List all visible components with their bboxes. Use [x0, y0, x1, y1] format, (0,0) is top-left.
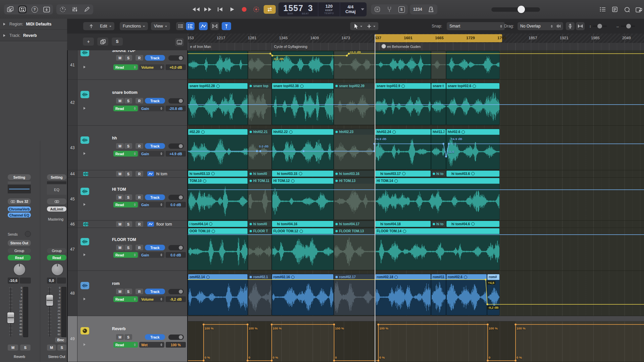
audio-region[interactable]: hi tom#03.6	[446, 170, 500, 177]
track-name[interactable]: Reverb	[112, 326, 126, 331]
region-header[interactable]: hi tom#0	[248, 221, 271, 227]
solo-button[interactable]: S	[124, 143, 132, 149]
disclosure-icon[interactable]	[84, 152, 87, 155]
muted-audio-region[interactable]: hi tom#0	[248, 221, 272, 227]
mute-button[interactable]: M	[116, 55, 124, 61]
mute-button[interactable]: M	[116, 143, 124, 149]
automation-value[interactable]: -9,2 dB	[166, 296, 186, 302]
plugin-slot[interactable]: ChromaVerb	[8, 206, 31, 212]
automation-mode-dropdown[interactable]: Read	[113, 151, 138, 157]
tuner-icon[interactable]	[58, 5, 67, 13]
automation-curve[interactable]	[188, 80, 644, 126]
region-header[interactable]: hi tom#03.15	[272, 171, 333, 177]
waveform-zoom-button[interactable]	[554, 22, 563, 30]
automation-value[interactable]: +0,0 dB	[166, 64, 186, 70]
disclosure-icon[interactable]	[84, 203, 87, 206]
send-knob[interactable]	[25, 231, 31, 237]
lcd-position[interactable]: 1557 3 BAR BEAT	[278, 2, 318, 16]
track-power-toggle[interactable]	[168, 289, 184, 294]
volume-fader[interactable]	[46, 295, 53, 306]
solo-button[interactable]: S	[20, 345, 31, 351]
disclosure-icon[interactable]	[3, 34, 7, 37]
record-button[interactable]	[239, 5, 249, 14]
track-icon[interactable]	[83, 172, 88, 176]
disclosure-icon[interactable]	[84, 107, 87, 110]
track-icon[interactable]	[80, 238, 89, 245]
region-header[interactable]: i tom#04.14	[188, 221, 248, 227]
lcd-tempo[interactable]: 120 KEEP TEMPO	[318, 2, 340, 16]
region-header[interactable]: hi tom#04.17	[334, 221, 375, 227]
region-header[interactable]: hi tom#04.16	[272, 221, 333, 227]
grid-view-button[interactable]	[176, 22, 185, 30]
track-header[interactable]: 43hhMSRTrackReadGain+4.9 dB	[68, 126, 187, 170]
master-volume-slider[interactable]	[491, 7, 540, 12]
mute-button[interactable]: M	[116, 334, 124, 340]
track-header[interactable]: 42snare bottomMSRTrackReadGain-20.8 dB	[68, 80, 187, 126]
automation-value[interactable]: +4.9 dB	[166, 151, 186, 157]
track-icon[interactable]	[83, 222, 88, 226]
marker-track[interactable]: e of Iron ManCycle of Gylfaginningen Beh…	[188, 43, 644, 51]
view-menu[interactable]: View	[151, 22, 170, 30]
track-header[interactable]: 47FLOOR TOMMSRTrackReadGain0.0 dB	[68, 228, 187, 271]
track-header[interactable]: 48romMSRTrackReadVolume-9,2 dB	[68, 271, 187, 316]
disclosure-icon[interactable]	[84, 66, 87, 68]
mute-button[interactable]: M	[116, 98, 124, 104]
region-header[interactable]: hi tom#03.13	[188, 171, 248, 177]
track-icon[interactable]	[80, 136, 89, 144]
region-header[interactable]: hi tom#03.17	[375, 171, 431, 177]
track-name[interactable]: floor tom	[156, 222, 172, 227]
mute-button[interactable]: M	[116, 194, 124, 200]
automation-curve[interactable]	[188, 271, 644, 316]
duplicate-track-button[interactable]	[97, 38, 108, 46]
solo-button[interactable]: S	[124, 245, 132, 250]
track-icon[interactable]	[80, 282, 89, 289]
track-power-toggle[interactable]	[168, 335, 184, 340]
record-enable-button[interactable]: R	[136, 55, 143, 61]
bar-ruler[interactable]: 1153121712811345140914731537160116651729…	[188, 34, 644, 43]
record-enable-button[interactable]: R	[136, 289, 143, 294]
track-name[interactable]: SNARE TOP	[112, 50, 136, 53]
muted-audio-region[interactable]: hi tom#0	[248, 170, 272, 177]
automation-mode-dropdown[interactable]: Read	[113, 296, 138, 302]
pencil-icon[interactable]	[83, 5, 91, 13]
automation-view-button[interactable]	[199, 22, 208, 30]
stop-go-to-beginning-button[interactable]	[215, 5, 225, 14]
vertical-zoom-thumb[interactable]	[597, 24, 602, 28]
automation-curve[interactable]	[188, 50, 644, 80]
record-enable-button[interactable]: R	[136, 221, 143, 227]
record-enable-button[interactable]: R	[136, 194, 143, 200]
volume-fader[interactable]	[7, 312, 14, 323]
record-enable-button[interactable]: R	[136, 171, 143, 177]
audio-region[interactable]: hi tom#03.17	[375, 170, 431, 177]
eq-slot[interactable]: EQ	[47, 185, 66, 195]
solo-button[interactable]: S	[124, 55, 132, 61]
downloads-icon[interactable]	[42, 5, 51, 13]
mute-button[interactable]: M	[116, 289, 124, 294]
flex-button[interactable]	[210, 22, 219, 30]
track-name[interactable]: rom	[112, 281, 120, 286]
automation-mode-dropdown[interactable]: Read	[113, 64, 138, 70]
track-name[interactable]: snare bottom	[112, 90, 138, 95]
count-in-icon[interactable]: 1234	[412, 5, 423, 13]
marker[interactable]: en Behornede Guden	[379, 43, 644, 50]
plugin-slot[interactable]: Channel EQ	[8, 213, 31, 218]
solo-button[interactable]: S	[57, 345, 66, 351]
automation-target-button[interactable]: Track	[145, 98, 165, 104]
eq-thumbnail[interactable]	[8, 185, 31, 193]
inspector-toggle-icon[interactable]	[18, 5, 27, 13]
region-inspector-header[interactable]: Region: MIDI Defaults	[0, 19, 67, 30]
muted-audio-region[interactable]: hi tom#03.16	[334, 170, 375, 177]
mute-button[interactable]: M	[116, 245, 124, 250]
automation-value[interactable]: 100 %	[166, 342, 186, 348]
marker[interactable]: e of Iron Man	[188, 43, 272, 50]
solo-button[interactable]: S	[124, 194, 132, 200]
automation-target-button[interactable]: Track	[145, 289, 165, 294]
track-icon[interactable]	[80, 50, 89, 56]
automation-parameter-dropdown[interactable]: Gain	[139, 252, 164, 258]
pan-value[interactable]: -10,6	[8, 278, 19, 284]
automation-mode-dropdown[interactable]: Read	[113, 342, 138, 348]
tuner-fork-icon[interactable]	[385, 5, 394, 13]
automation-parameter-dropdown[interactable]: Gain	[139, 202, 164, 207]
lcd-display[interactable]: 1557 3 BAR BEAT 120 KEEP TEMPO 4/4 Cmaj	[278, 2, 367, 16]
audio-region[interactable]: hi tom#04.6	[446, 221, 500, 227]
